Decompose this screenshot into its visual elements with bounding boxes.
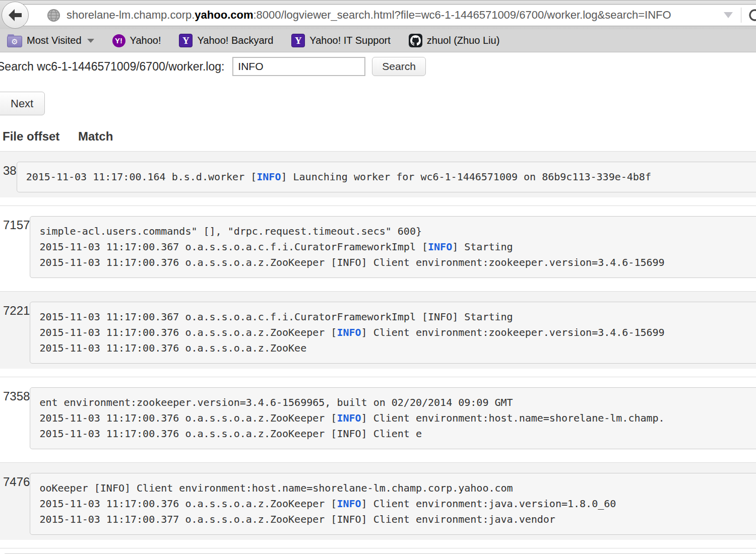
back-arrow-icon [8,9,23,22]
github-icon [409,34,422,47]
reload-icon[interactable] [747,8,756,23]
table-row [0,548,756,554]
chevron-down-icon [87,39,94,43]
url-suffix: :8000/logviewer_search.html?file=wc6-1-1… [253,9,671,21]
bookmark-most-visited[interactable]: ⚙ Most Visited [7,34,94,47]
yahoo-circle-icon: Y! [112,34,125,47]
match-header: Match [78,129,113,144]
search-results-table: File offset Match 382015-11-03 11:17:00.… [0,128,756,554]
bookmark-yahoo-it-support[interactable]: Y Yahoo! IT Support [291,34,390,47]
search-file-label: Search wc6-1-1446571009/6700/worker.log: [0,60,224,74]
next-button[interactable]: Next [0,92,45,115]
search-match-highlight: INFO [257,171,281,183]
yahoo-square-icon: Y [179,34,193,47]
url-prefix: shorelane-lm.champ.corp. [67,9,195,21]
url-bar-divider [741,8,741,23]
search-input[interactable] [232,57,365,76]
file-offset-value: 7221 [0,302,30,369]
search-button[interactable]: Search [372,57,426,76]
table-header-row: File offset Match [0,128,756,151]
file-offset-value: 7476 [0,473,30,540]
url-history-dropdown-icon[interactable] [724,12,733,18]
table-row: 7157simple-acl.users.commands" [], "drpc… [0,205,756,291]
bookmark-label: Yahoo! IT Support [309,35,390,46]
url-bar[interactable]: shorelane-lm.champ.corp.yahoo.com:8000/l… [15,4,756,26]
logviewer-page: Search wc6-1-1446571009/6700/worker.log:… [0,52,756,554]
log-match-block: ent environment:zookeeper.version=3.4.6-… [30,387,756,449]
log-match-block: 2015-11-03 11:17:00.367 o.a.s.s.o.a.c.f.… [30,302,756,364]
log-rows: 382015-11-03 11:17:00.164 b.s.d.worker [… [0,151,756,554]
url-domain: yahoo.com [195,9,253,21]
log-match-block: 2015-11-03 11:17:00.164 b.s.d.worker [IN… [17,162,756,192]
search-match-highlight: INFO [337,412,361,424]
bookmark-yahoo[interactable]: Y! Yahoo! [112,34,161,47]
search-match-highlight: INFO [337,326,361,338]
file-offset-header: File offset [3,129,78,144]
search-match-highlight: INFO [337,498,361,510]
file-offset-value: 38 [0,162,17,197]
bookmark-label: zhuol (Zhuo Liu) [427,35,500,46]
bookmarks-bar: ⚙ Most Visited Y! Yahoo! Y Yahoo! Backya… [0,29,756,52]
table-row: 382015-11-03 11:17:00.164 b.s.d.worker [… [0,151,756,205]
yahoo-square-icon: Y [291,34,305,47]
file-offset-value: 7358 [0,387,30,454]
folder-gear-icon: ⚙ [7,34,22,47]
log-match-block: simple-acl.users.commands" [], "drpc.req… [30,216,756,278]
bookmark-yahoo-backyard[interactable]: Y Yahoo! Backyard [179,34,273,47]
globe-icon [47,9,60,22]
table-row: 72212015-11-03 11:17:00.367 o.a.s.s.o.a.… [0,291,756,377]
back-button[interactable] [2,2,29,29]
search-match-highlight: INFO [428,241,452,253]
table-row: 7476ooKeeper [INFO] Client environment:h… [0,462,756,548]
file-offset-value: 7157 [0,216,30,283]
log-match-block: ooKeeper [INFO] Client environment:host.… [30,473,756,535]
url-text: shorelane-lm.champ.corp.yahoo.com:8000/l… [67,9,720,22]
bookmark-label: Yahoo! [130,35,161,46]
bookmark-label: Yahoo! Backyard [197,35,273,46]
bookmark-label: Most Visited [27,35,82,46]
browser-toolbar: shorelane-lm.champ.corp.yahoo.com:8000/l… [0,0,756,29]
bookmark-github-zhuol[interactable]: zhuol (Zhuo Liu) [409,34,500,47]
table-row: 7358ent environment:zookeeper.version=3.… [0,377,756,462]
